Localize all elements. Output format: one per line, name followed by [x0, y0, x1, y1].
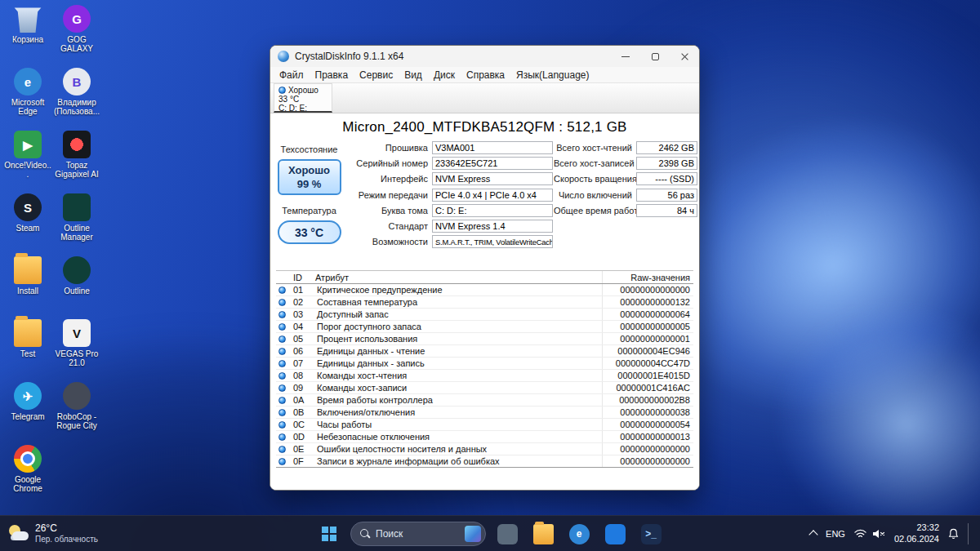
smart-id: 07	[293, 358, 315, 368]
smart-row[interactable]: 0C Часы работы 00000000000054	[276, 419, 693, 431]
smart-id: 0B	[293, 407, 315, 417]
start-button[interactable]	[314, 519, 344, 549]
menu-item[interactable]: Справка	[461, 67, 510, 83]
tray-chevron-up-icon[interactable]	[808, 530, 817, 539]
smart-row[interactable]: 0B Включения/отключения 00000000000038	[276, 407, 693, 419]
desktop-icon-label: Install	[17, 287, 38, 295]
status-led-icon	[278, 433, 286, 441]
search-box[interactable]: Поиск	[350, 522, 486, 546]
smart-raw-value: 00000000000038	[602, 407, 693, 418]
taskbar-pinned-apps: e >_	[492, 519, 666, 549]
window-title: CrystalDiskInfo 9.1.1 x64	[295, 51, 611, 62]
taskbar-pinned-terminal[interactable]: >_	[636, 519, 666, 549]
smart-raw-value: 00000000000054	[602, 419, 693, 430]
menu-item[interactable]: Диск	[428, 67, 461, 83]
weather-icon	[8, 525, 29, 543]
taskbar-pinned-file-explorer[interactable]	[528, 519, 558, 549]
weather-widget[interactable]: 26°C Пер. облачность	[0, 523, 98, 544]
smart-row[interactable]: 08 Команды хост-чтения 00000001E4015D	[276, 370, 693, 382]
smart-header: ID Атрибут Raw-значения	[276, 271, 693, 284]
network-icon	[854, 529, 866, 539]
info-label: Буква тома	[349, 206, 432, 216]
smart-raw-value: 00000000000132	[602, 296, 693, 308]
maximize-icon	[652, 53, 659, 60]
menu-item[interactable]: Язык(Language)	[510, 67, 595, 83]
pinned-app-tile	[533, 524, 554, 544]
smart-row[interactable]: 09 Команды хост-записи 00000001C416AC	[276, 382, 693, 394]
smart-row[interactable]: 0F Записи в журнале информации об ошибка…	[276, 455, 693, 468]
info-label: Всего хост-чтений	[554, 143, 636, 153]
taskbar-pinned-edge[interactable]: e	[564, 519, 594, 549]
desktop-icon-google-chrome[interactable]: Google Chrome	[3, 445, 52, 508]
desktop-icon-gog-galaxy[interactable]: G GOG GALAXY	[52, 5, 101, 68]
info-value: 233642E5C721	[432, 157, 553, 170]
drive-tab-band: Хорошо 33 °C C: D: E:	[270, 83, 699, 113]
desktop-icon-label: VEGAS Pro 21.0	[52, 349, 101, 367]
desktop-icon-telegram[interactable]: ✈ Telegram	[3, 382, 52, 445]
desktop-icon-user-vladimir[interactable]: В Владимир (Пользова...	[52, 68, 101, 131]
desktop-icon-microsoft-edge[interactable]: e Microsoft Edge	[3, 68, 52, 131]
info-value: NVM Express 1.4	[432, 220, 553, 233]
smart-attribute: Время работы контроллера	[315, 395, 602, 405]
close-button[interactable]	[670, 46, 699, 67]
drive-tab-status: Хорошо	[288, 86, 318, 95]
titlebar[interactable]: CrystalDiskInfo 9.1.1 x64	[270, 46, 699, 67]
menu-item[interactable]: Правка	[310, 67, 354, 83]
status-led-icon	[278, 458, 286, 465]
minimize-button[interactable]	[611, 46, 640, 67]
show-desktop-button[interactable]	[968, 523, 970, 544]
health-percent: 99 %	[297, 177, 322, 191]
smart-row[interactable]: 01 Критическое предупреждение 0000000000…	[276, 284, 693, 296]
smart-row[interactable]: 06 Единицы данных - чтение 000000004EC94…	[276, 345, 693, 358]
desktop-icon-install[interactable]: Install	[3, 256, 52, 319]
smart-row[interactable]: 0E Ошибки целостности носителя и данных …	[276, 443, 693, 455]
smart-row[interactable]: 07 Единицы данных - запись 000000004CC47…	[276, 358, 693, 370]
smart-header-id: ID	[293, 273, 315, 282]
taskbar-pinned-photos[interactable]	[492, 519, 522, 549]
desktop-icon-outline-manager[interactable]: Outline Manager	[52, 193, 101, 256]
maximize-button[interactable]	[640, 46, 670, 67]
smart-id: 0A	[293, 395, 315, 405]
tray-status-icons[interactable]	[854, 529, 885, 539]
smart-row[interactable]: 0A Время работы контроллера 000000000002…	[276, 394, 693, 407]
desktop-icon-topaz-gigapixel[interactable]: Topaz Gigapixel AI	[52, 131, 101, 193]
temperature-button[interactable]: 33 °C	[278, 220, 341, 244]
clock[interactable]: 23:32 02.06.2024	[894, 522, 939, 544]
smart-attribute: Команды хост-чтения	[315, 371, 602, 380]
smart-attribute: Включения/отключения	[315, 407, 602, 417]
smart-row[interactable]: 0D Небезопасные отключения 0000000000001…	[276, 431, 693, 443]
smart-row[interactable]: 03 Доступный запас 00000000000064	[276, 309, 693, 321]
smart-id: 02	[293, 297, 315, 307]
menu-item[interactable]: Сервис	[354, 67, 399, 83]
health-status-button[interactable]: Хорошо 99 %	[278, 159, 341, 195]
desktop-icon-glyph: ▶	[23, 139, 33, 151]
taskbar-center: Поиск	[314, 516, 666, 551]
window-content: Micron_2400_MTFDKBA512QFM : 512,1 GB Тех…	[270, 119, 699, 491]
smart-row[interactable]: 04 Порог доступного запаса 0000000000000…	[276, 321, 693, 333]
menu-item[interactable]: Файл	[274, 67, 310, 83]
search-highlights-icon[interactable]	[465, 526, 481, 542]
smart-rows: 01 Критическое предупреждение 0000000000…	[276, 284, 693, 468]
desktop-icon-label: Telegram	[11, 412, 44, 421]
language-indicator[interactable]: ENG	[826, 529, 845, 539]
smart-raw-value: 00000000000005	[602, 321, 693, 332]
desktop-icon-test[interactable]: Test	[3, 319, 52, 382]
desktop-icon-vegas-pro[interactable]: V VEGAS Pro 21.0	[52, 319, 101, 382]
desktop-icon-steam[interactable]: S Steam	[3, 193, 52, 256]
smart-attribute: Записи в журнале информации об ошибках	[315, 456, 602, 466]
pinned-app-glyph: e	[577, 529, 582, 539]
desktop-icon-robocop[interactable]: RoboCop - Rogue City	[52, 382, 101, 445]
desktop-icon-recycle-bin[interactable]: Корзина	[3, 5, 52, 68]
health-label: Техсостояние	[273, 144, 345, 154]
smart-raw-value: 000000004CC47D	[602, 358, 693, 369]
menu-item[interactable]: Вид	[399, 67, 428, 83]
drive-tab[interactable]: Хорошо 33 °C C: D: E:	[274, 83, 332, 113]
desktop-icon-outline[interactable]: Outline	[52, 256, 101, 319]
status-led-icon	[278, 446, 286, 453]
smart-id: 04	[293, 322, 315, 331]
smart-row[interactable]: 05 Процент использования 00000000000001	[276, 333, 693, 345]
desktop-icon-once-video[interactable]: ▶ Once!Video...	[3, 131, 52, 193]
notifications-icon[interactable]	[948, 528, 959, 540]
smart-row[interactable]: 02 Составная температура 00000000000132	[276, 296, 693, 309]
taskbar-pinned-store[interactable]	[600, 519, 630, 549]
